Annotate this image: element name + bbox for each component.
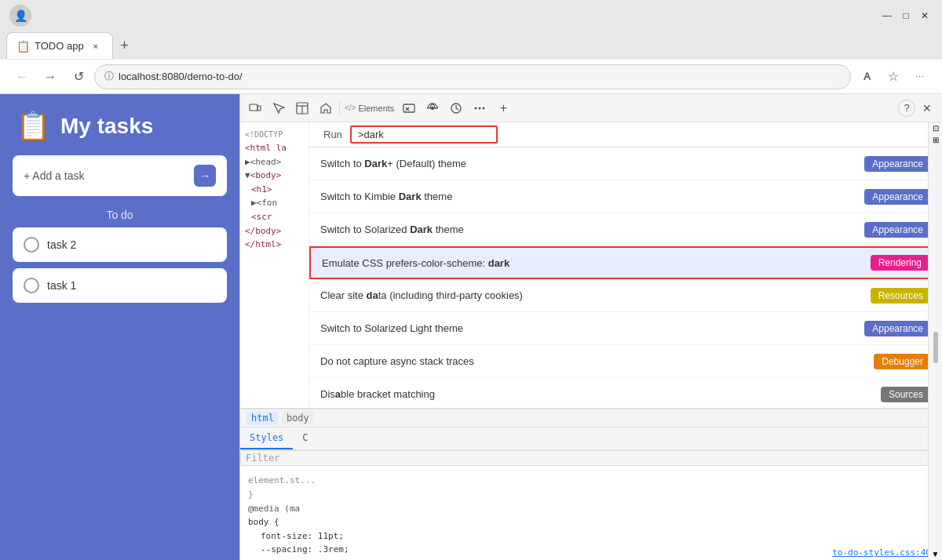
elements-label: </> Elements xyxy=(345,104,394,113)
address-text: localhost:8080/demo-to-do/ xyxy=(119,71,243,82)
add-task-button[interactable]: + Add a task → xyxy=(13,155,227,196)
computed-tab[interactable]: C xyxy=(293,427,317,449)
nav-actions: 𝖠 ☆ ··· xyxy=(854,64,933,89)
read-mode-button[interactable]: 𝖠 xyxy=(854,64,879,89)
device-toolbar-button[interactable] xyxy=(243,96,267,120)
browser-window: 👤 — □ ✕ 📋 TODO app × + ← → ↺ ⓘ localhost… xyxy=(0,0,942,560)
css-line-4: body { xyxy=(248,515,934,529)
autocomplete-item-bracket[interactable]: Disable bracket matching Sources xyxy=(309,378,942,408)
toolbar-separator xyxy=(339,100,340,116)
minimize-button[interactable]: — xyxy=(879,8,895,24)
help-button[interactable]: ? xyxy=(898,100,915,117)
more-tools-button[interactable] xyxy=(468,96,491,120)
filter-placeholder: Filter xyxy=(246,453,279,464)
svg-point-12 xyxy=(479,107,481,109)
inspect-button[interactable] xyxy=(267,96,290,120)
undock-button[interactable]: ⊞ xyxy=(931,134,940,146)
item-text-dark-plus: Switch to Dark+ (Default) theme xyxy=(320,158,855,169)
css-line-2: } xyxy=(248,488,934,502)
todo-tasks-list: task 2 task 1 xyxy=(0,227,239,303)
svg-rect-0 xyxy=(250,104,257,111)
autocomplete-item-dark-plus[interactable]: Switch to Dark+ (Default) theme Appearan… xyxy=(309,147,942,180)
styles-code: element.st... } @media (ma body { font-s… xyxy=(240,471,942,560)
dock-button[interactable]: ⊡ xyxy=(931,122,940,134)
maximize-button[interactable]: □ xyxy=(898,8,914,24)
code-line-6: ▶<fon xyxy=(245,196,304,210)
item-text-clear-data: Clear site data (including third-party c… xyxy=(320,289,861,301)
elements-tab-button[interactable]: </> Elements xyxy=(341,96,397,120)
devtools-panel: </> Elements + ? ✕ xyxy=(239,94,942,560)
active-tab[interactable]: 📋 TODO app × xyxy=(6,32,113,59)
console-button[interactable] xyxy=(397,96,421,120)
run-button[interactable]: Run xyxy=(316,127,350,142)
html-tag[interactable]: html xyxy=(246,411,279,425)
autocomplete-item-emulate[interactable]: Emulate CSS prefers-color-scheme: dark R… xyxy=(309,246,942,279)
close-button[interactable]: ✕ xyxy=(917,8,933,24)
tab-close-button[interactable]: × xyxy=(89,39,103,53)
code-line-5: <h1> xyxy=(245,183,304,197)
svg-point-11 xyxy=(475,107,477,109)
home-button[interactable] xyxy=(314,96,338,120)
autocomplete-item-solarized-dark[interactable]: Switch to Solarized Dark theme Appearanc… xyxy=(309,213,942,246)
tab-title: TODO app xyxy=(35,40,84,52)
svg-point-9 xyxy=(432,107,434,109)
devtools-close-button[interactable]: ✕ xyxy=(915,96,939,120)
scroll-down-button[interactable]: ▼ xyxy=(930,548,941,560)
css-line-6: --spacing: .3rem; xyxy=(248,543,934,557)
tab-bar: 📋 TODO app × + xyxy=(0,31,942,60)
more-button[interactable]: ··· xyxy=(907,64,933,89)
back-button[interactable]: ← xyxy=(9,64,35,89)
network-button[interactable] xyxy=(421,96,444,120)
task-checkbox-1[interactable] xyxy=(24,278,39,293)
svg-rect-5 xyxy=(403,104,414,112)
task-label-1: task 1 xyxy=(47,279,76,292)
css-file-link[interactable]: to-do-styles.css:40 xyxy=(832,546,931,560)
title-bar-left: 👤 xyxy=(9,5,31,27)
todo-section-label: To do xyxy=(0,209,239,221)
css-line-5: font-size: 11pt; xyxy=(248,529,934,544)
code-line-9: </html> xyxy=(245,238,304,252)
favorites-button[interactable]: ☆ xyxy=(881,64,906,89)
item-badge-emulate: Rendering xyxy=(871,255,929,271)
task-checkbox-2[interactable] xyxy=(24,237,39,253)
autocomplete-item-solarized-light[interactable]: Switch to Solarized Light theme Appearan… xyxy=(309,312,942,345)
performance-button[interactable] xyxy=(444,96,468,120)
task-item-1[interactable]: task 1 xyxy=(13,268,227,303)
nav-bar: ← → ↺ ⓘ localhost:8080/demo-to-do/ 𝖠 ☆ ·… xyxy=(0,60,942,94)
right-scrollbar-thumb[interactable] xyxy=(933,332,938,363)
add-task-arrow-icon: → xyxy=(194,165,216,187)
run-bar: Run xyxy=(309,122,942,147)
item-text-solarized-light: Switch to Solarized Light theme xyxy=(320,322,855,334)
autocomplete-area: Run Switch to Dark+ (Default) theme Appe… xyxy=(309,122,942,408)
item-badge-solarized-light: Appearance xyxy=(864,321,931,336)
autocomplete-item-async[interactable]: Do not capture async stack traces Debugg… xyxy=(309,345,942,378)
element-breadcrumb: html body xyxy=(240,409,942,427)
styles-tab-bar: Styles C xyxy=(240,427,942,450)
css-line-1: element.st... xyxy=(248,474,934,488)
refresh-button[interactable]: ↺ xyxy=(66,64,91,89)
autocomplete-item-clear-data[interactable]: Clear site data (including third-party c… xyxy=(309,279,942,312)
forward-button[interactable]: → xyxy=(38,64,63,89)
code-line-3: ▶<head> xyxy=(245,155,304,169)
command-search-input[interactable] xyxy=(350,125,498,144)
address-bar[interactable]: ⓘ localhost:8080/demo-to-do/ xyxy=(94,64,851,89)
item-badge-bracket: Sources xyxy=(881,387,931,402)
item-text-kimbie: Switch to Kimbie Dark theme xyxy=(320,191,855,202)
new-tab-button[interactable]: + xyxy=(113,34,137,57)
item-text-async: Do not capture async stack traces xyxy=(320,355,864,367)
add-task-label: + Add a task xyxy=(24,169,84,182)
item-badge-dark-plus: Appearance xyxy=(864,156,931,172)
body-tag[interactable]: body xyxy=(282,411,314,425)
autocomplete-item-kimbie[interactable]: Switch to Kimbie Dark theme Appearance xyxy=(309,180,942,213)
more2-button[interactable]: + xyxy=(491,96,515,120)
code-line-4: ▼<body> xyxy=(245,169,304,183)
code-and-autocomplete: <!DOCTYP <html la ▶<head> ▼<body> <h1> ▶… xyxy=(240,122,942,408)
panel-icon-button[interactable] xyxy=(290,96,314,120)
item-badge-async: Debugger xyxy=(874,354,931,369)
code-panel: <!DOCTYP <html la ▶<head> ▼<body> <h1> ▶… xyxy=(240,122,309,408)
task-item-2[interactable]: task 2 xyxy=(13,227,227,262)
todo-app: 📋 My tasks + Add a task → To do task 2 t… xyxy=(0,94,239,560)
todo-add-section: + Add a task → xyxy=(0,155,239,209)
styles-tab[interactable]: Styles xyxy=(240,427,293,449)
item-text-solarized-dark: Switch to Solarized Dark theme xyxy=(320,224,855,235)
